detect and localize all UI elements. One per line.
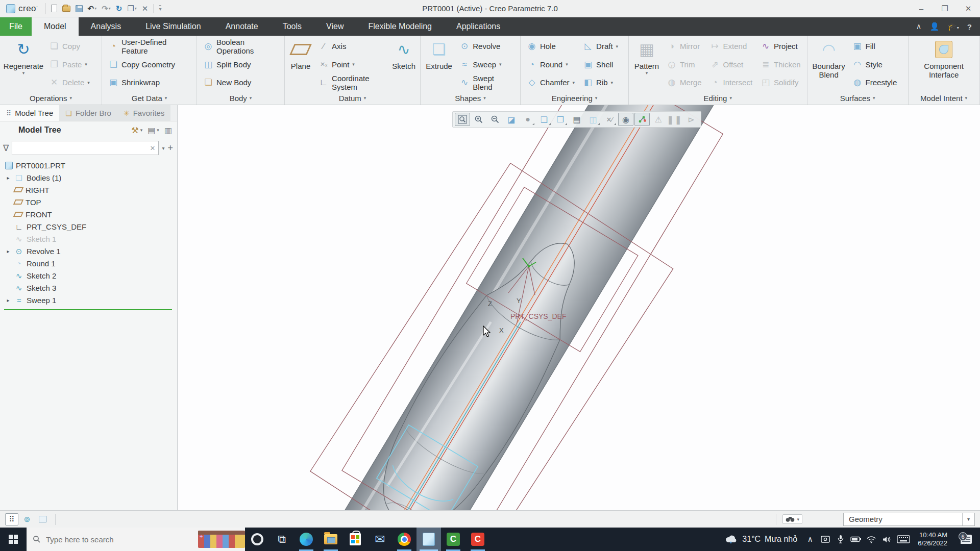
graphics-viewport[interactable]: ◪ ● ❑ ❒ ▤ ◫ ✕∕ ◉ ⚠ ❚❚ ⊳: [178, 105, 980, 510]
tree-item-round1[interactable]: ◔ Round 1: [0, 257, 177, 269]
redo-button[interactable]: ↷▾: [100, 4, 113, 13]
task-view-button[interactable]: ⧉: [270, 528, 294, 551]
tray-touch-keyboard[interactable]: [894, 535, 913, 543]
offset-button[interactable]: ⇗Offset: [707, 56, 756, 73]
undo-button[interactable]: ↶▾: [86, 4, 99, 13]
group-label-surfaces[interactable]: Surfaces▾: [807, 91, 908, 105]
tray-microphone[interactable]: [833, 535, 848, 544]
view-manager-button[interactable]: ▤: [569, 113, 584, 126]
pause-button[interactable]: ❚❚: [667, 113, 682, 126]
revolve-button[interactable]: ⊙Revolve: [456, 38, 517, 55]
group-label-editing[interactable]: Editing▾: [629, 91, 807, 105]
axis-button[interactable]: ∕Axis: [315, 38, 388, 55]
tree-item-front-plane[interactable]: FRONT: [0, 208, 177, 220]
zoom-in-button[interactable]: [471, 113, 486, 126]
toggle-navigator-button[interactable]: ⠿: [5, 513, 18, 525]
swept-blend-button[interactable]: ∿Swept Blend: [456, 74, 517, 91]
copy-button[interactable]: ❏Copy: [46, 38, 93, 55]
find-button[interactable]: ▾: [782, 514, 802, 524]
saved-orientations-button[interactable]: ❒: [553, 113, 568, 126]
expander-icon[interactable]: ▸: [5, 297, 11, 303]
tab-tools[interactable]: Tools: [271, 17, 314, 36]
shrinkwrap-button[interactable]: ▣Shrinkwrap: [105, 74, 193, 91]
pattern-button[interactable]: ▦ Pattern ▾: [632, 37, 662, 91]
point-button[interactable]: ✕ₓPoint▾: [315, 56, 388, 73]
tree-columns-button[interactable]: ▥: [164, 126, 172, 135]
thicken-button[interactable]: ≣Thicken: [757, 56, 804, 73]
taskbar-app-mail[interactable]: ✉: [368, 528, 392, 551]
boolean-operations-button[interactable]: ◎Boolean Operations: [200, 38, 281, 55]
minimize-button[interactable]: –: [910, 0, 933, 17]
delete-button[interactable]: ✕Delete▾: [46, 74, 93, 91]
chamfer-button[interactable]: ◇Chamfer▾: [524, 74, 578, 91]
group-label-engineering[interactable]: Engineering▾: [521, 91, 628, 105]
copy-geometry-button[interactable]: ❏Copy Geometry: [105, 56, 193, 73]
tree-search-input[interactable]: [15, 144, 150, 152]
insertion-point-indicator[interactable]: [4, 309, 172, 310]
shell-button[interactable]: ▣Shell: [580, 56, 621, 73]
tree-item-right-plane[interactable]: RIGHT: [0, 184, 177, 196]
collapse-ribbon-icon[interactable]: ∧: [916, 22, 921, 31]
display-style-button[interactable]: ❑: [536, 113, 552, 126]
shading-style-button[interactable]: ●: [520, 113, 535, 126]
solidify-button[interactable]: ◰Solidify: [757, 74, 804, 91]
project-button[interactable]: ∿Project: [757, 38, 804, 55]
tab-model[interactable]: Model: [32, 17, 79, 36]
taskbar-app-chrome[interactable]: [392, 528, 416, 551]
merge-button[interactable]: ◍Merge: [664, 74, 705, 91]
zoom-out-button[interactable]: [487, 113, 503, 126]
regenerate-quick-button[interactable]: ↻: [114, 4, 125, 13]
regenerate-button[interactable]: ↻ Regenerate ▾: [3, 37, 44, 91]
tab-analysis[interactable]: Analysis: [79, 17, 134, 36]
freestyle-button[interactable]: ◍Freestyle: [849, 74, 900, 91]
search-highlight-image[interactable]: [198, 531, 245, 548]
tray-screen-capture[interactable]: [818, 535, 833, 543]
rib-button[interactable]: ◧Rib▾: [580, 74, 621, 91]
draft-button[interactable]: ◺Draft▾: [580, 38, 621, 55]
taskbar-app-red-c[interactable]: C: [465, 528, 490, 551]
paste-button[interactable]: ❐Paste▾: [46, 56, 93, 73]
tray-wifi[interactable]: [864, 536, 879, 543]
start-button[interactable]: [0, 528, 27, 551]
tree-item-csys[interactable]: ∟ PRT_CSYS_DEF: [0, 220, 177, 233]
tree-filters-button[interactable]: ⚒▾: [131, 126, 142, 135]
boundary-blend-button[interactable]: ◠ Boundary Blend: [811, 37, 847, 91]
new-file-button[interactable]: [49, 4, 59, 13]
save-button[interactable]: [74, 5, 85, 13]
group-label-operations[interactable]: Operations▾: [0, 91, 102, 105]
tab-file[interactable]: File: [0, 17, 32, 36]
sweep-button[interactable]: ≈Sweep▾: [456, 56, 517, 73]
part-model-3d[interactable]: [178, 105, 980, 510]
blank-view-button[interactable]: [36, 513, 49, 525]
tree-item-sketch3[interactable]: ∿ Sketch 3: [0, 282, 177, 294]
taskbar-app-edge[interactable]: [294, 528, 318, 551]
tree-item-bodies[interactable]: ▸ ❏ Bodies (1): [0, 171, 177, 184]
extend-button[interactable]: ↦Extend: [707, 38, 756, 55]
taskbar-app-opera[interactable]: [245, 528, 270, 551]
user-defined-feature-button[interactable]: ◔User-Defined Feature: [105, 38, 193, 55]
tab-model-tree[interactable]: ⠿ Model Tree: [0, 105, 59, 121]
window-switch-button[interactable]: ❐▾: [125, 4, 138, 13]
taskbar-app-green-c[interactable]: C: [441, 528, 465, 551]
taskbar-app-creo[interactable]: [416, 528, 441, 551]
group-label-get-data[interactable]: Get Data▾: [102, 91, 197, 105]
group-label-datum[interactable]: Datum▾: [285, 91, 420, 105]
restore-button[interactable]: ❐: [933, 0, 957, 17]
taskbar-app-explorer[interactable]: [318, 528, 343, 551]
tab-folder-browser[interactable]: ❏ Folder Bro: [59, 105, 117, 121]
close-window-button[interactable]: ✕: [140, 4, 151, 13]
tray-expand-button[interactable]: ∧: [802, 535, 818, 544]
open-file-button[interactable]: [60, 5, 72, 12]
tree-item-sweep1[interactable]: ▸ ≈ Sweep 1: [0, 294, 177, 306]
learning-connector-icon[interactable]: 🎓▾: [947, 22, 959, 31]
plane-button[interactable]: Plane: [288, 37, 313, 91]
search-options-icon[interactable]: ▾: [162, 145, 164, 151]
web-browser-button[interactable]: ⊚: [20, 513, 34, 525]
action-center-button[interactable]: 6: [952, 535, 980, 544]
csys-name-label[interactable]: PRT_CSYS_DEF: [510, 312, 566, 320]
component-interface-button[interactable]: Component Interface: [919, 37, 968, 91]
datum-display-filters-button[interactable]: ✕∕: [602, 113, 617, 126]
split-body-button[interactable]: ◫Split Body: [200, 56, 281, 73]
tree-item-part[interactable]: PRT0001.PRT: [0, 159, 177, 171]
search-input[interactable]: [46, 535, 193, 544]
